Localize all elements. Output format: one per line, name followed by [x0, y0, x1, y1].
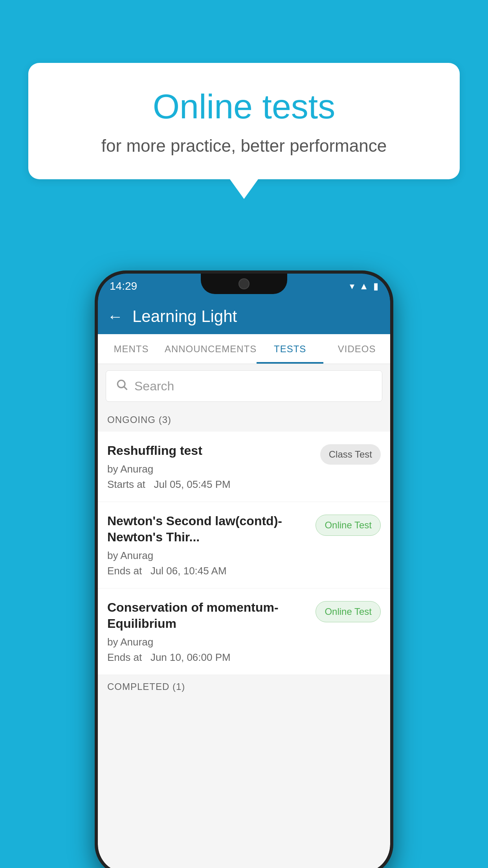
- tabs-container: MENTS ANNOUNCEMENTS TESTS VIDEOS: [98, 334, 390, 364]
- svg-line-1: [124, 387, 127, 390]
- back-button[interactable]: ←: [107, 308, 123, 326]
- test-badge-online: Online Test: [316, 601, 381, 622]
- test-info: Reshuffling test by Anurag Starts at Jul…: [107, 443, 314, 491]
- test-author: by Anurag: [107, 463, 314, 475]
- search-bar[interactable]: Search: [106, 370, 382, 402]
- test-name: Conservation of momentum-Equilibrium: [107, 600, 309, 632]
- status-time: 14:29: [110, 280, 137, 292]
- status-icons: ▾ ▲ ▮: [350, 281, 378, 292]
- app-header: ← Learning Light: [98, 299, 390, 334]
- completed-section-header: COMPLETED (1): [98, 675, 390, 699]
- search-placeholder: Search: [134, 379, 174, 394]
- search-container: Search: [98, 364, 390, 408]
- phone-camera: [238, 278, 250, 289]
- battery-icon: ▮: [373, 281, 378, 292]
- tests-list: Reshuffling test by Anurag Starts at Jul…: [98, 432, 390, 675]
- speech-bubble-title: Online tests: [60, 86, 428, 127]
- test-item[interactable]: Newton's Second law(contd)-Newton's Thir…: [98, 502, 390, 588]
- wifi-icon: ▾: [350, 281, 354, 292]
- side-button-left: [95, 376, 97, 407]
- phone-notch: [201, 274, 287, 294]
- tab-announcements[interactable]: ANNOUNCEMENTS: [165, 334, 257, 364]
- svg-point-0: [117, 380, 125, 388]
- ongoing-section-header: ONGOING (3): [98, 408, 390, 432]
- test-author: by Anurag: [107, 550, 309, 562]
- test-item[interactable]: Conservation of momentum-Equilibrium by …: [98, 588, 390, 675]
- side-button-right-vol: [391, 360, 393, 384]
- speech-bubble: Online tests for more practice, better p…: [28, 63, 460, 179]
- test-author: by Anurag: [107, 636, 309, 648]
- test-badge-online: Online Test: [316, 515, 381, 536]
- speech-bubble-subtitle: for more practice, better performance: [60, 136, 428, 156]
- test-time: Starts at Jul 05, 05:45 PM: [107, 478, 314, 491]
- test-name: Reshuffling test: [107, 443, 314, 459]
- test-time: Ends at Jun 10, 06:00 PM: [107, 651, 309, 664]
- screen-content: Search ONGOING (3) Reshuffling test by A…: [98, 364, 390, 868]
- test-info: Conservation of momentum-Equilibrium by …: [107, 600, 309, 664]
- tab-ments[interactable]: MENTS: [98, 334, 165, 364]
- test-name: Newton's Second law(contd)-Newton's Thir…: [107, 513, 309, 546]
- app-title: Learning Light: [132, 307, 237, 326]
- test-info: Newton's Second law(contd)-Newton's Thir…: [107, 513, 309, 577]
- search-icon: [116, 378, 128, 394]
- test-badge-class: Class Test: [320, 444, 381, 465]
- tab-tests[interactable]: TESTS: [257, 334, 323, 364]
- side-button-right-pwr: [391, 399, 393, 439]
- speech-bubble-container: Online tests for more practice, better p…: [28, 63, 460, 199]
- phone-frame: 14:29 ▾ ▲ ▮ ← Learning Light MENTS ANNOU…: [95, 270, 393, 868]
- tab-videos[interactable]: VIDEOS: [323, 334, 390, 364]
- test-item[interactable]: Reshuffling test by Anurag Starts at Jul…: [98, 432, 390, 502]
- signal-icon: ▲: [359, 281, 369, 292]
- speech-bubble-pointer: [230, 179, 258, 199]
- test-time: Ends at Jul 06, 10:45 AM: [107, 565, 309, 577]
